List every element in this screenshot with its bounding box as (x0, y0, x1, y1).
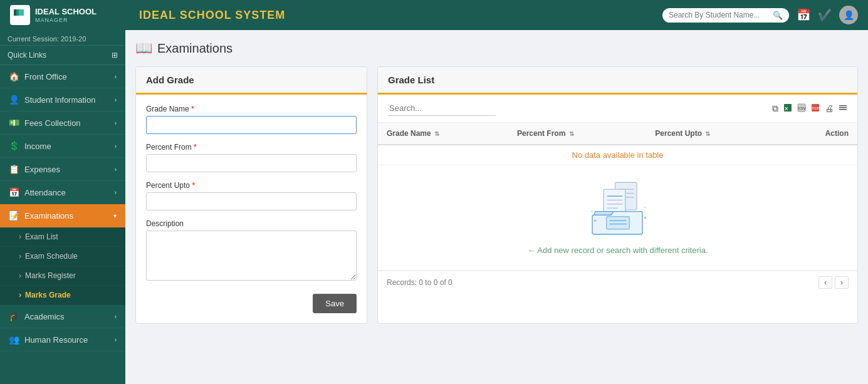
table-icons-group: ⧉ X CSV PDF 🖨 (772, 103, 847, 114)
svg-text:PDF: PDF (812, 106, 820, 110)
sidebar-label-fees: Fees Collection (24, 118, 81, 128)
sidebar-label-examinations: Examinations (24, 211, 73, 221)
description-label: Description (146, 219, 357, 228)
grade-table-body: No data available in table (378, 145, 857, 271)
exam-list-label: Exam List (25, 232, 58, 241)
app-title: IDEAL SCHOOL SYSTEM (129, 9, 662, 22)
svg-text:·: · (645, 225, 646, 231)
grade-list-search-input[interactable] (388, 101, 496, 116)
svg-rect-2 (19, 9, 24, 16)
avatar[interactable]: 👤 (839, 6, 858, 24)
academics-icon: 🎓 (9, 311, 19, 321)
sidebar-item-academics[interactable]: 🎓 Academics › (0, 305, 125, 328)
svg-point-25 (644, 217, 646, 219)
grade-table: Grade Name ⇅ Percent From ⇅ Percent Upto… (378, 123, 857, 271)
col-action: Action (782, 123, 857, 145)
quick-links-bar: Quick Links ⊞ (0, 46, 125, 65)
col-percent-upto: Percent Upto ⇅ (646, 123, 781, 145)
percent-upto-input[interactable] (146, 192, 357, 210)
grade-name-input[interactable] (146, 116, 357, 134)
arrow-icon-income: › (115, 143, 117, 150)
svg-text:X: X (785, 106, 788, 112)
sort-percent-from-icon[interactable]: ⇅ (569, 130, 574, 137)
page-title-area: 📖 Examinations (135, 40, 858, 56)
expenses-icon: 📋 (9, 164, 19, 174)
top-navbar: IDEAL SCHOOL MANAGER IDEAL SCHOOL SYSTEM… (0, 0, 868, 30)
excel-icon[interactable]: X (783, 103, 792, 114)
percent-upto-group: Percent Upto * (146, 181, 357, 210)
next-page-button[interactable]: › (835, 276, 849, 289)
col-grade-name: Grade Name ⇅ (378, 123, 508, 145)
sidebar-label-human-resource: Human Resource (24, 335, 88, 345)
grade-table-head: Grade Name ⇅ Percent From ⇅ Percent Upto… (378, 123, 857, 145)
arrow-icon-fees: › (115, 120, 117, 127)
pdf-icon[interactable]: PDF (811, 103, 820, 114)
svg-text:+: + (643, 205, 646, 210)
arrow-icon-expenses: › (115, 166, 117, 173)
sidebar-item-student-information[interactable]: 👤 Student Information › (0, 88, 125, 112)
sidebar-label-attendance: Attendance (24, 188, 66, 197)
sidebar-item-human-resource[interactable]: 👥 Human Resource › (0, 328, 125, 351)
sort-percent-upto-icon[interactable]: ⇅ (705, 130, 710, 137)
submenu-exam-list[interactable]: Exam List (0, 227, 125, 247)
sidebar-item-front-office[interactable]: 🏠 Front Office › (0, 65, 125, 88)
arrow-icon-human-resource: › (115, 336, 117, 343)
examinations-icon: 📝 (9, 210, 19, 221)
description-group: Description (146, 219, 357, 283)
empty-state-message: ← Add new record or search with differen… (527, 246, 708, 255)
percent-from-group: Percent From * (146, 143, 357, 172)
checklist-icon[interactable]: ✔️ (818, 8, 832, 22)
main-content: 📖 Examinations Add Grade Grade Name * (125, 30, 868, 384)
columns-icon[interactable] (839, 103, 847, 114)
grade-name-required: * (191, 105, 194, 113)
nav-right: 🔍 📅 ✔️ 👤 (662, 6, 858, 24)
marks-grade-label: Marks Grade (25, 291, 71, 299)
sidebar-item-expenses[interactable]: 📋 Expenses › (0, 158, 125, 181)
human-resource-icon: 👥 (9, 335, 19, 345)
add-grade-panel: Add Grade Grade Name * Percent From * (135, 66, 367, 324)
print-icon[interactable]: 🖨 (825, 103, 834, 113)
grade-list-footer: Records: 0 to 0 of 0 ‹ › (378, 271, 857, 294)
percent-upto-label: Percent Upto * (146, 181, 357, 190)
submenu-marks-register[interactable]: Marks Register (0, 266, 125, 286)
description-textarea[interactable] (146, 231, 357, 281)
search-box[interactable]: 🔍 (662, 8, 789, 23)
submenu-marks-grade[interactable]: Marks Grade (0, 286, 125, 305)
sidebar-item-examinations[interactable]: 📝 Examinations ▾ (0, 204, 125, 227)
logo-sub: MANAGER (35, 17, 97, 23)
sidebar-item-attendance[interactable]: 📅 Attendance › (0, 181, 125, 204)
search-input[interactable] (669, 11, 769, 19)
sidebar-label-income: Income (24, 142, 51, 151)
empty-state-container: + + · · ← Add new record or search with … (387, 172, 849, 264)
copy-icon[interactable]: ⧉ (772, 103, 778, 114)
grade-name-label: Grade Name * (146, 105, 357, 113)
csv-icon[interactable]: CSV (797, 103, 806, 114)
records-label: Records: 0 to 0 of 0 (387, 278, 452, 287)
svg-rect-10 (839, 107, 847, 108)
sidebar-item-fees-collection[interactable]: 💵 Fees Collection › (0, 112, 125, 135)
grade-list-search-area: ⧉ X CSV PDF 🖨 (378, 95, 857, 123)
empty-state-cell: + + · · ← Add new record or search with … (378, 165, 857, 271)
session-bar: Current Session: 2019-20 (0, 30, 125, 46)
sidebar-label-student-info: Student Information (24, 95, 95, 105)
arrow-icon-academics: › (115, 313, 117, 320)
svg-point-24 (593, 219, 596, 222)
examinations-submenu: Exam List Exam Schedule Marks Register M… (0, 227, 125, 305)
prev-page-button[interactable]: ‹ (818, 276, 832, 289)
fees-icon: 💵 (9, 118, 19, 128)
svg-text:+: + (590, 209, 593, 214)
book-icon: 📖 (135, 40, 152, 56)
sidebar-item-income[interactable]: 💲 Income › (0, 135, 125, 158)
exam-schedule-label: Exam Schedule (25, 252, 78, 261)
submenu-exam-schedule[interactable]: Exam Schedule (0, 247, 125, 266)
logo-text: IDEAL SCHOOL MANAGER (35, 7, 97, 23)
no-data-cell: No data available in table (378, 145, 857, 165)
save-button[interactable]: Save (313, 294, 357, 313)
svg-text:CSV: CSV (798, 106, 806, 110)
arrow-icon-student-info: › (115, 96, 117, 103)
col-percent-from: Percent From ⇅ (508, 123, 646, 145)
calendar-icon[interactable]: 📅 (797, 8, 810, 22)
sort-grade-name-icon[interactable]: ⇅ (434, 130, 439, 137)
grid-icon[interactable]: ⊞ (112, 51, 118, 60)
percent-from-input[interactable] (146, 154, 357, 172)
